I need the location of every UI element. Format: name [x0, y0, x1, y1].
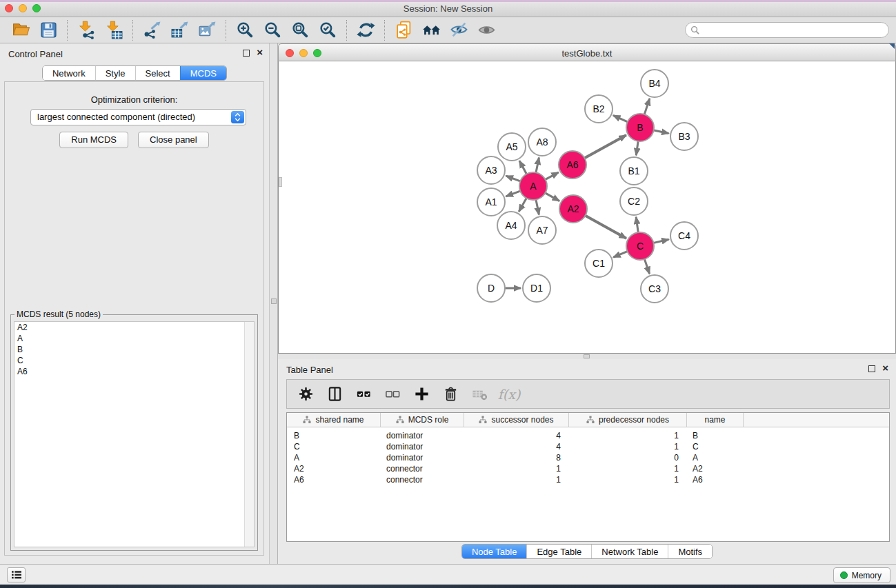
- column-header-predecessor-nodes[interactable]: predecessor nodes: [569, 413, 687, 427]
- close-panel-icon[interactable]: ×: [882, 363, 888, 374]
- refresh-button[interactable]: [352, 19, 379, 41]
- graph-edge-A-A8[interactable]: [536, 158, 539, 174]
- tab-style[interactable]: Style: [95, 66, 135, 80]
- search-input[interactable]: [685, 22, 889, 38]
- result-item[interactable]: B: [14, 344, 254, 355]
- splitter-handle[interactable]: [584, 354, 590, 358]
- tab-network[interactable]: Network: [43, 66, 95, 80]
- show-graphics-button[interactable]: [472, 19, 500, 41]
- close-panel-button[interactable]: Close panel: [138, 132, 209, 148]
- table-cell[interactable]: 8: [464, 452, 569, 463]
- tab-edge-table[interactable]: Edge Table: [526, 545, 591, 558]
- export-table-button[interactable]: [166, 19, 193, 41]
- result-item[interactable]: A2: [14, 322, 254, 333]
- tab-motifs[interactable]: Motifs: [668, 545, 712, 558]
- table-cell[interactable]: 4: [464, 430, 569, 441]
- close-panel-icon[interactable]: ×: [257, 47, 263, 58]
- network-canvas[interactable]: B4B2BB3A8A5A6A3B1AA1C2A2A4A7C4CC1C3DD1: [278, 61, 896, 354]
- graph-edge-B-B4[interactable]: [644, 99, 650, 116]
- tab-mcds[interactable]: MCDS: [180, 66, 226, 80]
- table-row[interactable]: Adominator80A: [287, 452, 889, 463]
- table-cell[interactable]: A: [287, 452, 381, 463]
- result-item[interactable]: A: [14, 333, 254, 344]
- result-item[interactable]: C: [14, 355, 254, 366]
- table-cell[interactable]: connector: [381, 463, 464, 474]
- table-cell[interactable]: dominator: [381, 430, 464, 441]
- table-cell[interactable]: C: [687, 441, 744, 452]
- zoom-out-button[interactable]: [259, 19, 286, 41]
- table-cell[interactable]: 1: [569, 463, 687, 474]
- graph-edge-C-C3[interactable]: [644, 258, 650, 274]
- graph-edge-C-C2[interactable]: [636, 217, 638, 234]
- zoom-fit-button[interactable]: [286, 19, 314, 41]
- graph-edge-C-C4[interactable]: [653, 239, 669, 243]
- tab-node-table[interactable]: Node Table: [462, 545, 527, 558]
- table-cell[interactable]: B: [687, 430, 744, 441]
- table-cell[interactable]: 1: [464, 463, 569, 474]
- dock-indicator-icon[interactable]: [889, 43, 895, 49]
- tab-network-table[interactable]: Network Table: [591, 545, 668, 558]
- houses-button[interactable]: [417, 19, 445, 41]
- graph-edge-B-B2[interactable]: [613, 115, 629, 122]
- open-session-button[interactable]: [7, 19, 34, 41]
- table-cell[interactable]: connector: [381, 474, 464, 485]
- run-mcds-button[interactable]: Run MCDS: [59, 132, 128, 148]
- graph-edge-A-A3[interactable]: [506, 176, 522, 182]
- table-cell[interactable]: 1: [569, 474, 687, 485]
- splitter-handle[interactable]: [271, 298, 277, 304]
- import-network-button[interactable]: [72, 19, 100, 41]
- graph-edge-A2-C[interactable]: [584, 215, 626, 239]
- table-settings-button[interactable]: [294, 383, 317, 406]
- optimization-criterion-select[interactable]: largest connected component (directed): [30, 109, 246, 125]
- graph-edge-A-A4[interactable]: [519, 197, 527, 212]
- graph-edge-A-A1[interactable]: [506, 190, 522, 196]
- table-row[interactable]: Bdominator41B: [287, 430, 889, 441]
- graph-edge-A-A5[interactable]: [519, 161, 527, 175]
- table-cell[interactable]: A6: [687, 474, 744, 485]
- column-header-successor-nodes[interactable]: successor nodes: [464, 413, 569, 427]
- table-cell[interactable]: 1: [569, 441, 687, 452]
- create-column-button[interactable]: [410, 383, 433, 406]
- export-image-button[interactable]: [193, 19, 221, 41]
- graph-edge-A6-B[interactable]: [584, 135, 626, 159]
- graph-edge-A-A6[interactable]: [544, 172, 559, 180]
- graph-edge-A-A2[interactable]: [544, 192, 559, 201]
- zoom-selected-button[interactable]: [314, 19, 341, 41]
- column-header-mcds-role[interactable]: MCDS role: [381, 413, 464, 427]
- table-cell[interactable]: 1: [569, 430, 687, 441]
- result-scrollbar[interactable]: [244, 322, 254, 547]
- table-cell[interactable]: A6: [287, 474, 381, 485]
- table-cell[interactable]: A2: [687, 463, 744, 474]
- float-panel-icon[interactable]: [243, 50, 250, 57]
- delete-column-button[interactable]: [439, 383, 462, 406]
- horizontal-splitter[interactable]: [278, 354, 896, 359]
- column-header-name[interactable]: name: [687, 413, 744, 427]
- table-row[interactable]: Cdominator41C: [287, 441, 889, 452]
- table-cell[interactable]: 4: [464, 441, 569, 452]
- column-header-shared-name[interactable]: shared name: [287, 413, 381, 427]
- float-panel-icon[interactable]: [868, 365, 875, 372]
- table-cell[interactable]: dominator: [381, 441, 464, 452]
- table-cell[interactable]: C: [287, 441, 381, 452]
- graph-edge-B-B1[interactable]: [636, 140, 638, 155]
- vertical-splitter[interactable]: [269, 43, 278, 564]
- deselect-all-button[interactable]: [381, 383, 404, 406]
- table-cell[interactable]: A2: [287, 463, 381, 474]
- hide-graphics-button[interactable]: [445, 19, 472, 41]
- save-session-button[interactable]: [34, 19, 62, 41]
- show-column-button[interactable]: [323, 383, 346, 406]
- table-row[interactable]: A2connector11A2: [287, 463, 889, 474]
- tab-select[interactable]: Select: [135, 66, 180, 80]
- graph-edge-B-B3[interactable]: [653, 130, 669, 134]
- graph-edge-C-C1[interactable]: [613, 251, 628, 257]
- table-cell[interactable]: 1: [464, 474, 569, 485]
- memory-button[interactable]: Memory: [833, 567, 890, 583]
- table-cell[interactable]: 0: [569, 452, 687, 463]
- zoom-in-button[interactable]: [231, 19, 259, 41]
- network-window-titlebar[interactable]: testGlobe.txt: [278, 43, 896, 61]
- table-cell[interactable]: dominator: [381, 452, 464, 463]
- table-cell[interactable]: A: [687, 452, 744, 463]
- result-item[interactable]: A6: [14, 366, 254, 377]
- export-network-button[interactable]: [138, 19, 166, 41]
- table-row[interactable]: A6connector11A6: [287, 474, 889, 485]
